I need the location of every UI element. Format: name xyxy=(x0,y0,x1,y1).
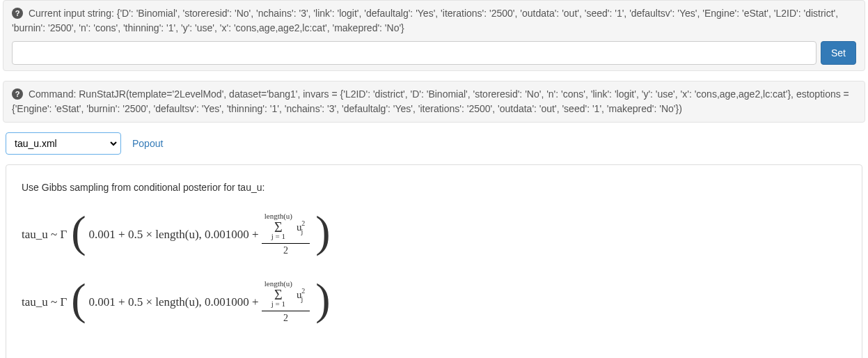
formula-arg1: 0.001 + 0.5 × length(u), 0.001000 + xyxy=(89,295,259,309)
output-heading: Use Gibbs sampling from conditional post… xyxy=(22,182,846,193)
fraction: length(u) Σ j = 1 uj2 2 xyxy=(262,212,310,256)
formula-arg1: 0.001 + 0.5 × length(u), 0.001000 + xyxy=(89,228,259,242)
popout-link[interactable]: Popout xyxy=(132,138,163,149)
formula-body: 0.001 + 0.5 × length(u), 0.001000 + leng… xyxy=(86,212,316,256)
summand-sup: 2 xyxy=(301,287,305,295)
set-button[interactable]: Set xyxy=(821,41,856,65)
input-string-panel: ? Current input string: {'D': 'Binomial'… xyxy=(3,0,865,71)
output-select-wrap: tau_u.xml xyxy=(6,132,121,155)
formula-body: 0.001 + 0.5 × length(u), 0.001000 + leng… xyxy=(86,280,316,324)
input-string-field[interactable] xyxy=(12,41,816,65)
sigma-icon: length(u) Σ j = 1 xyxy=(265,212,292,242)
output-controls: tau_u.xml Popout xyxy=(6,132,862,155)
fraction: length(u) Σ j = 1 uj2 2 xyxy=(262,280,310,324)
command-panel: ? Command: RunStatJR(template='2LevelMod… xyxy=(3,81,865,123)
summand: uj2 xyxy=(297,289,307,301)
fraction-numerator: length(u) Σ j = 1 uj2 xyxy=(262,212,310,244)
command-value: RunStatJR(template='2LevelMod', dataset=… xyxy=(12,88,849,114)
question-icon: ? xyxy=(12,8,23,19)
output-panel: Use Gibbs sampling from conditional post… xyxy=(6,164,862,358)
fraction-denom: 2 xyxy=(283,244,288,256)
summand: uj2 xyxy=(297,221,307,233)
fraction-numerator: length(u) Σ j = 1 uj2 xyxy=(262,280,310,311)
summand-sub: j xyxy=(301,295,303,303)
summand-sub: j xyxy=(301,228,303,235)
input-string-label: Current input string: xyxy=(29,8,114,19)
formula-1: tau_u ~ Γ ( 0.001 + 0.5 × length(u), 0.0… xyxy=(22,212,846,256)
formula-lhs: tau_u ~ Γ xyxy=(22,295,67,309)
fraction-denom: 2 xyxy=(283,311,288,324)
paren-right-icon: ) xyxy=(315,283,330,316)
input-row: Set xyxy=(12,41,856,65)
formula-lhs: tau_u ~ Γ xyxy=(22,228,67,242)
sigma-icon: length(u) Σ j = 1 xyxy=(265,280,292,309)
question-icon: ? xyxy=(12,88,23,100)
command-text: ? Command: RunStatJR(template='2LevelMod… xyxy=(12,87,856,116)
input-string-value: {'D': 'Binomial', 'storeresid': 'No', 'n… xyxy=(12,8,838,33)
summand-sup: 2 xyxy=(301,219,305,227)
command-label: Command: xyxy=(29,88,76,100)
formula-2: tau_u ~ Γ ( 0.001 + 0.5 × length(u), 0.0… xyxy=(22,280,846,324)
output-select[interactable]: tau_u.xml xyxy=(8,134,119,153)
paren-left-icon: ( xyxy=(71,283,86,316)
paren-right-icon: ) xyxy=(315,215,330,249)
sigma-lower: j = 1 xyxy=(271,300,285,308)
sigma-lower: j = 1 xyxy=(271,233,285,240)
paren-left-icon: ( xyxy=(71,215,86,249)
input-string-text: ? Current input string: {'D': 'Binomial'… xyxy=(12,6,856,36)
